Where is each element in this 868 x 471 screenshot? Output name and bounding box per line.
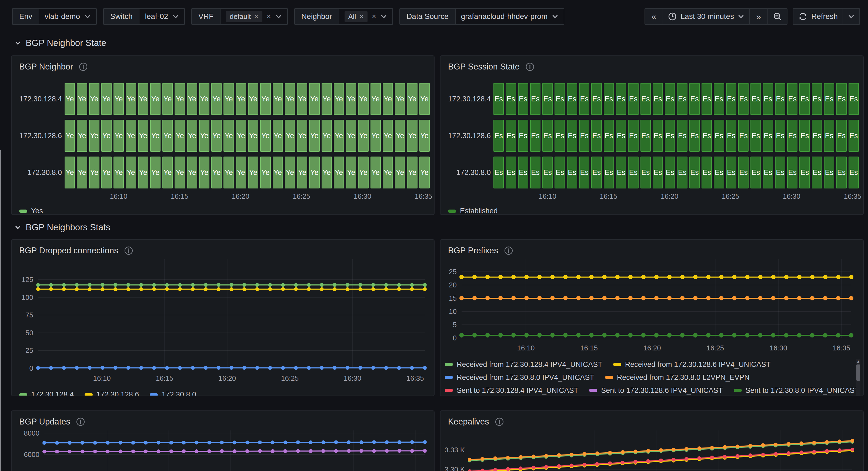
refresh-interval-dropdown[interactable] [843,9,859,24]
series-point [55,450,59,453]
info-icon[interactable] [495,417,504,426]
series-point [106,450,110,453]
zoom-out-icon [773,12,782,21]
legend-item[interactable]: Sent to 172.30.128.4 IPV4_UNICAST [445,386,578,395]
info-icon[interactable] [124,246,133,255]
panel-body: 051015202516:1016:1516:2016:2516:3016:35… [440,259,863,396]
filter-label: Data Source [400,9,456,24]
filter-value[interactable]: default×× [220,9,287,24]
filter-datasource[interactable]: Data Sourcegrafanacloud-hhdev-prom [399,8,564,25]
state-cell: Ye [175,156,185,188]
legend-item[interactable]: Received from 172.30.8.0 IPV4_UNICAST [445,373,594,382]
legend-item[interactable]: Received from 172.30.128.4 IPV4_UNICAST [445,360,602,369]
series-point [126,283,130,287]
clear-filter-icon[interactable]: × [267,13,271,20]
info-icon[interactable] [526,62,534,71]
legend-item[interactable]: Sent to 172.30.8.0 IPV4_UNICAST [734,386,859,395]
scroll-up-icon[interactable]: ▲ [856,359,861,363]
series-point [207,441,211,444]
zoom-out-button[interactable] [768,9,787,24]
remove-chip-icon[interactable]: × [254,13,258,20]
filter-switch[interactable]: Switchleaf-02 [103,8,185,25]
refresh-button[interactable]: Refresh [794,9,843,24]
series-point [217,287,220,291]
x-axis-tick-label: 16:30 [354,192,371,201]
series-point [372,440,376,444]
panel-title[interactable]: BGP Session State [448,62,520,72]
info-icon[interactable] [76,417,85,426]
legend-item[interactable]: Received from 172.30.128.6 IPV4_UNICAST [613,360,771,369]
filter-value[interactable]: All×× [339,9,393,24]
clear-filter-icon[interactable]: × [372,13,376,20]
panel-title[interactable]: BGP Dropped connections [19,246,118,256]
series-point [119,441,122,444]
state-cell: Es [738,120,749,152]
panel-body: 80006000 [11,431,434,471]
series-point [321,440,326,444]
scrollbar-thumb[interactable] [857,364,860,381]
panel-header: BGP Session State [440,58,863,76]
state-cell: Ye [126,156,136,188]
section-bgp-neighbor-state[interactable]: BGP Neighbor State [15,38,106,48]
legend-item[interactable]: Received from 172.30.8.0 L2VPN_EVPN [605,373,750,382]
legend-item[interactable]: 172.30.128.6 [85,390,139,396]
series-point [152,366,156,370]
info-icon[interactable] [79,62,88,71]
legend-label: Received from 172.30.8.0 IPV4_UNICAST [457,373,594,382]
panel-title[interactable]: BGP Updates [19,417,70,426]
legend-scrollbar[interactable]: ▲▼ [856,359,861,396]
state-cell: Ye [358,83,368,115]
time-range-picker[interactable]: Last 30 minutes [663,9,750,24]
series-point [281,287,285,291]
legend-item[interactable]: Yes [19,207,43,215]
x-axis-tick-label: 16:35 [414,192,432,201]
state-cell: Ye [162,120,173,152]
filter-chip[interactable]: default× [226,11,262,22]
legend-item[interactable]: Sent to 172.30.128.6 IPV4_UNICAST [589,386,723,395]
filter-env[interactable]: Envvlab-demo [12,8,97,25]
series-point [371,366,375,370]
state-cell: Ye [346,120,356,152]
panel-title[interactable]: Keepalives [448,417,489,426]
legend-item[interactable]: 172.30.8.0 [150,390,196,396]
dashboard-toolbar: Envvlab-demoSwitchleaf-02VRFdefault××Nei… [12,8,860,25]
filter-value[interactable]: vlab-demo [39,9,96,24]
series-point [784,275,788,279]
series-point [719,296,723,300]
series-point [608,451,612,454]
info-icon[interactable] [504,246,513,255]
panel-body: 3.33 K3.30 K [440,431,863,471]
series-point [178,287,182,291]
time-shift-forward-button[interactable]: » [750,9,768,24]
series-point [628,275,632,279]
y-axis-tick-label: 0 [453,334,457,342]
state-cell: Ye [248,120,258,152]
state-cell: Es [641,156,651,188]
filter-neighbor[interactable]: NeighborAll×× [294,8,393,25]
time-shift-back-button[interactable]: « [645,9,663,24]
filter-vrf[interactable]: VRFdefault×× [191,8,288,25]
panel-title[interactable]: BGP Neighbor [19,62,73,72]
filter-value[interactable]: grafanacloud-hhdev-prom [456,9,564,24]
filter-value[interactable]: leaf-02 [140,9,184,24]
panel-header: BGP Prefixes [440,242,863,259]
series-point [126,366,130,370]
y-axis-tick-label: 6000 [24,450,39,459]
state-cell: Es [653,83,663,115]
state-cell: Es [812,120,822,152]
scroll-down-icon[interactable]: ▼ [856,395,861,396]
legend-item[interactable]: Established [448,207,498,215]
panel-header: BGP Neighbor [11,58,434,76]
remove-chip-icon[interactable]: × [359,13,364,20]
series-point [654,275,658,279]
chevron-down-icon [552,13,558,20]
section-bgp-neighbors-stats[interactable]: BGP Neighbors Stats [15,222,110,233]
panel-title[interactable]: BGP Prefixes [448,246,498,256]
series-point [398,449,401,453]
state-cell: Es [628,120,638,152]
series-point [774,452,778,456]
legend-item[interactable]: 172.30.128.4 [19,390,74,396]
y-axis-tick-label: 50 [25,329,33,337]
series-point [321,449,326,453]
filter-chip[interactable]: All× [345,11,368,22]
